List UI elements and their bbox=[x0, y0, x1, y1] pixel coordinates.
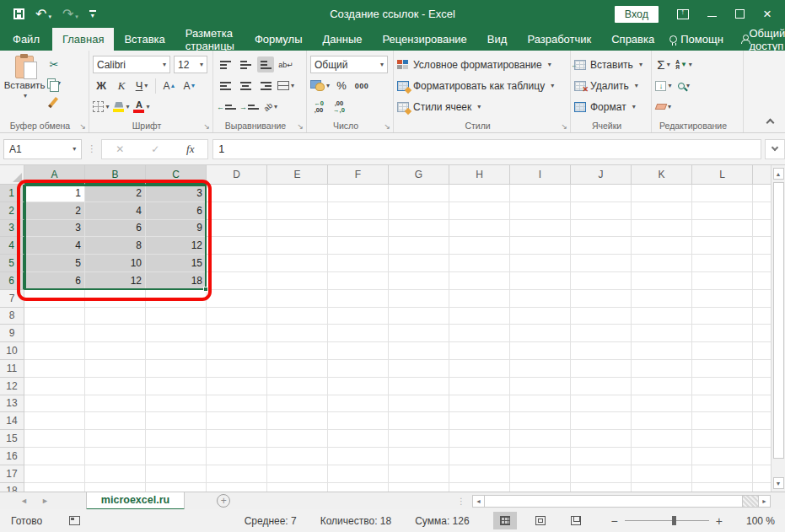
fill-button[interactable]: ↓▾ bbox=[655, 78, 672, 94]
cell-E17[interactable] bbox=[267, 465, 328, 483]
cell-partial[interactable] bbox=[753, 290, 771, 308]
cell-C4[interactable]: 12 bbox=[146, 237, 207, 255]
cell-E10[interactable] bbox=[267, 342, 328, 360]
paste-button[interactable]: Вставить ▾ bbox=[3, 54, 46, 119]
align-top-button[interactable] bbox=[217, 56, 234, 73]
cell-J18[interactable] bbox=[571, 483, 632, 492]
page-break-view-button[interactable] bbox=[564, 512, 588, 529]
cell-L7[interactable] bbox=[692, 290, 753, 308]
delete-cells-button[interactable]: Удалить ▾ bbox=[574, 75, 648, 96]
tab-Главная[interactable]: Главная bbox=[52, 28, 114, 51]
sign-in-button[interactable]: Вход bbox=[615, 6, 659, 23]
insert-cells-button[interactable]: Вставить ▾ bbox=[574, 54, 648, 75]
cell-I9[interactable] bbox=[510, 325, 571, 342]
cell-J13[interactable] bbox=[571, 395, 632, 413]
decrease-indent-button[interactable]: ← bbox=[217, 99, 236, 115]
cell-L6[interactable] bbox=[692, 272, 753, 290]
cell-E11[interactable] bbox=[267, 360, 328, 378]
cell-I16[interactable] bbox=[510, 448, 571, 465]
cell-partial[interactable] bbox=[753, 220, 771, 238]
cell-G2[interactable] bbox=[389, 202, 449, 220]
cell-J4[interactable] bbox=[571, 237, 632, 255]
column-header-J[interactable]: J bbox=[571, 165, 632, 185]
save-icon[interactable] bbox=[13, 8, 24, 19]
cell-H10[interactable] bbox=[449, 342, 510, 360]
cell-A5[interactable]: 5 bbox=[24, 255, 85, 272]
cell-E12[interactable] bbox=[267, 378, 328, 395]
cell-I5[interactable] bbox=[510, 255, 571, 272]
align-left-button[interactable] bbox=[217, 78, 234, 94]
cell-I8[interactable] bbox=[510, 308, 571, 325]
cell-B15[interactable] bbox=[85, 430, 146, 448]
cell-C6[interactable]: 18 bbox=[146, 272, 207, 290]
cell-D14[interactable] bbox=[207, 412, 267, 430]
cell-B14[interactable] bbox=[85, 412, 146, 430]
cell-K18[interactable] bbox=[632, 483, 692, 492]
cell-J11[interactable] bbox=[571, 360, 632, 378]
cell-D5[interactable] bbox=[207, 255, 267, 272]
cell-G12[interactable] bbox=[389, 378, 449, 395]
cell-B13[interactable] bbox=[85, 395, 146, 413]
increase-decimal-button[interactable]: ←0,00 bbox=[310, 99, 327, 115]
wrap-text-button[interactable]: ab↵ bbox=[277, 56, 294, 73]
horizontal-scroll-thumb[interactable] bbox=[485, 495, 743, 508]
dialog-launcher-icon[interactable]: ↘ bbox=[79, 123, 86, 131]
cell-E8[interactable] bbox=[267, 308, 328, 325]
cell-partial[interactable] bbox=[753, 325, 771, 342]
column-header-L[interactable]: L bbox=[692, 165, 753, 185]
cell-H14[interactable] bbox=[449, 412, 510, 430]
cell-A12[interactable] bbox=[24, 378, 85, 395]
cell-B4[interactable]: 8 bbox=[85, 237, 146, 255]
cell-A14[interactable] bbox=[24, 412, 85, 430]
cell-G1[interactable] bbox=[389, 185, 449, 202]
cell-C10[interactable] bbox=[146, 342, 207, 360]
cell-L9[interactable] bbox=[692, 325, 753, 342]
sheet-tab-active[interactable]: microexcel.ru bbox=[86, 492, 185, 510]
dialog-launcher-icon[interactable]: ↘ bbox=[384, 123, 390, 131]
cell-partial[interactable] bbox=[753, 272, 771, 290]
cell-K9[interactable] bbox=[632, 325, 692, 342]
cell-D17[interactable] bbox=[207, 465, 267, 483]
column-header-K[interactable]: K bbox=[632, 165, 692, 185]
zoom-in-button[interactable]: + bbox=[716, 514, 723, 528]
cell-D4[interactable] bbox=[207, 237, 267, 255]
cell-A17[interactable] bbox=[24, 465, 85, 483]
cell-L16[interactable] bbox=[692, 448, 753, 465]
cell-partial[interactable] bbox=[753, 255, 771, 272]
cell-L17[interactable] bbox=[692, 465, 753, 483]
cell-J3[interactable] bbox=[571, 220, 632, 238]
cell-B12[interactable] bbox=[85, 378, 146, 395]
align-center-button[interactable] bbox=[237, 78, 254, 94]
cell-H3[interactable] bbox=[449, 220, 510, 238]
undo-button[interactable]: ↶▾ bbox=[35, 7, 51, 22]
cell-F1[interactable] bbox=[328, 185, 389, 202]
cell-G9[interactable] bbox=[389, 325, 449, 342]
cell-F14[interactable] bbox=[328, 412, 389, 430]
cell-I11[interactable] bbox=[510, 360, 571, 378]
cell-I15[interactable] bbox=[510, 430, 571, 448]
cell-J2[interactable] bbox=[571, 202, 632, 220]
cell-H1[interactable] bbox=[449, 185, 510, 202]
cell-C13[interactable] bbox=[146, 395, 207, 413]
cell-B2[interactable]: 4 bbox=[85, 202, 146, 220]
font-size-combo[interactable]: 12▾ bbox=[174, 56, 207, 73]
cell-C2[interactable]: 6 bbox=[146, 202, 207, 220]
cell-L3[interactable] bbox=[692, 220, 753, 238]
cell-J5[interactable] bbox=[571, 255, 632, 272]
row-header-1[interactable]: 1 bbox=[0, 185, 24, 202]
cell-G11[interactable] bbox=[389, 360, 449, 378]
row-header-17[interactable]: 17 bbox=[0, 465, 24, 483]
cell-partial[interactable] bbox=[753, 430, 771, 448]
confirm-entry-button[interactable]: ✓ bbox=[151, 143, 159, 155]
share-button[interactable]: Общий доступ bbox=[735, 27, 785, 52]
comma-style-button[interactable]: 000 bbox=[353, 78, 370, 94]
cell-J10[interactable] bbox=[571, 342, 632, 360]
bold-button[interactable]: Ж bbox=[93, 78, 110, 94]
horizontal-scrollbar[interactable]: ⋮ ◄ ► bbox=[457, 495, 771, 508]
expand-formula-bar-button[interactable] bbox=[765, 139, 785, 159]
orientation-button[interactable]: ab▾ bbox=[262, 99, 279, 115]
zoom-level[interactable]: 100 % bbox=[746, 515, 775, 527]
cell-C9[interactable] bbox=[146, 325, 207, 342]
format-as-table-button[interactable]: Форматировать как таблицу ▾ bbox=[397, 75, 567, 96]
cell-B9[interactable] bbox=[85, 325, 146, 342]
